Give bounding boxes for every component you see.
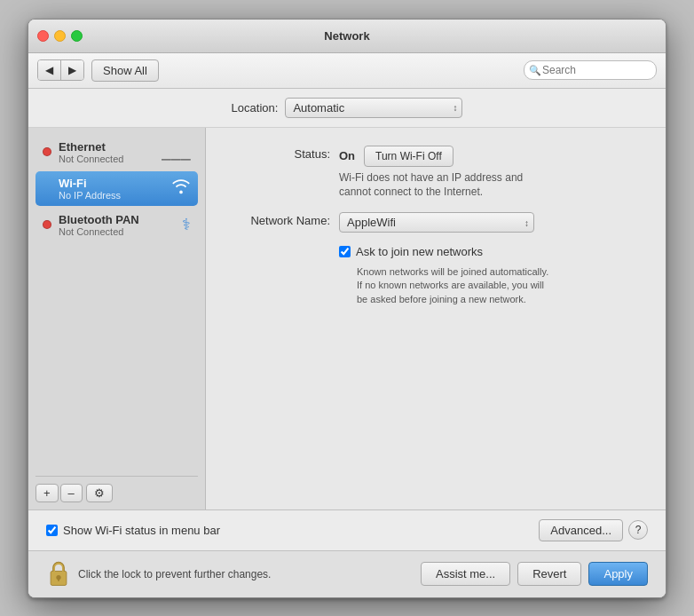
status-dot-wifi <box>43 184 51 193</box>
maximize-button[interactable] <box>71 30 83 42</box>
lock-icon[interactable] <box>46 560 71 588</box>
network-name-value-col: AppleWifi Other... ↕ <box>339 212 648 233</box>
help-button[interactable]: ? <box>628 520 648 540</box>
sidebar-item-bluetooth[interactable]: Bluetooth PAN Not Connected ⚕ <box>35 208 198 242</box>
ask-join-checkbox-row: Ask to join new networks <box>339 245 648 258</box>
svg-rect-2 <box>58 577 59 580</box>
assist-me-button[interactable]: Assist me... <box>421 562 510 586</box>
titlebar: Network <box>28 20 666 53</box>
network-name-select-wrapper: AppleWifi Other... ↕ <box>339 212 534 233</box>
ask-join-description: Known networks will be joined automatica… <box>357 265 623 306</box>
forward-button[interactable]: ▶ <box>61 60 83 80</box>
wifi-menu-bar-row: Show Wi-Fi status in menu bar <box>46 524 539 537</box>
search-bar: 🔍 <box>524 60 657 80</box>
network-name-row: Network Name: AppleWifi Other... ↕ <box>224 212 648 233</box>
location-bar: Location: Automatic Edit Locations... ↕ <box>28 89 666 128</box>
toolbar: ◀ ▶ Show All 🔍 <box>28 53 666 89</box>
bluetooth-icon: ⚕ <box>182 215 191 234</box>
ask-join-label[interactable]: Ask to join new networks <box>356 245 483 258</box>
status-row-inner: On Turn Wi-Fi Off <box>339 146 648 167</box>
wifi-menu-bar-checkbox[interactable] <box>46 525 58 536</box>
add-network-button[interactable]: + <box>35 484 59 502</box>
network-name-label: Network Name: <box>224 212 339 227</box>
status-value-col: On Turn Wi-Fi Off Wi-Fi does not have an… <box>339 146 648 201</box>
network-list: Ethernet Not Connected ⎯⎯⎯ Wi-Fi No IP A… <box>35 135 198 476</box>
ethernet-name: Ethernet <box>59 140 162 154</box>
footer-buttons: Assist me... Revert Apply <box>421 562 648 586</box>
turn-wifi-button[interactable]: Turn Wi-Fi Off <box>364 146 453 167</box>
show-all-button[interactable]: Show All <box>91 59 159 82</box>
sidebar-actions: + – ⚙ <box>35 476 198 502</box>
window-title: Network <box>324 29 369 43</box>
network-window: Network ◀ ▶ Show All 🔍 Location: Automat… <box>28 19 666 598</box>
ask-join-value-col: Ask to join new networks Known networks … <box>339 245 648 306</box>
footer: Click the lock to prevent further change… <box>28 550 666 597</box>
status-dot-bluetooth <box>43 220 51 229</box>
ethernet-icon: ⎯⎯⎯ <box>162 143 191 162</box>
bottom-panel: Show Wi-Fi status in menu bar Advanced..… <box>28 509 666 550</box>
bluetooth-subtitle: Not Connected <box>59 226 182 237</box>
wifi-name: Wi-Fi <box>59 177 171 190</box>
network-gear-button[interactable]: ⚙ <box>86 484 113 502</box>
status-dot-ethernet <box>43 147 51 156</box>
wifi-icon <box>171 178 191 198</box>
ethernet-subtitle: Not Connected <box>59 154 162 164</box>
status-row: Status: On Turn Wi-Fi Off Wi-Fi does not… <box>224 146 648 201</box>
status-description: Wi-Fi does not have an IP address andcan… <box>339 170 623 201</box>
ethernet-info: Ethernet Not Connected <box>59 140 162 164</box>
wifi-subtitle: No IP Address <box>59 190 171 201</box>
sidebar: Ethernet Not Connected ⎯⎯⎯ Wi-Fi No IP A… <box>28 128 206 509</box>
nav-buttons: ◀ ▶ <box>37 59 84 81</box>
sidebar-item-wifi[interactable]: Wi-Fi No IP Address <box>35 171 198 206</box>
traffic-lights <box>37 30 83 42</box>
back-button[interactable]: ◀ <box>38 60 61 80</box>
minimize-button[interactable] <box>54 30 66 42</box>
location-select[interactable]: Automatic Edit Locations... <box>285 98 462 118</box>
network-name-select[interactable]: AppleWifi Other... <box>339 212 534 233</box>
close-button[interactable] <box>37 30 49 42</box>
bluetooth-info: Bluetooth PAN Not Connected <box>59 213 182 237</box>
lock-section: Click the lock to prevent further change… <box>46 560 271 588</box>
status-label: Status: <box>224 146 339 161</box>
lock-text: Click the lock to prevent further change… <box>78 568 271 580</box>
ask-join-row: Ask to join new networks Known networks … <box>224 245 648 306</box>
detail-panel: Status: On Turn Wi-Fi Off Wi-Fi does not… <box>206 128 666 509</box>
remove-network-button[interactable]: – <box>60 484 83 502</box>
bluetooth-name: Bluetooth PAN <box>59 213 182 226</box>
ask-join-spacer <box>224 245 339 247</box>
sidebar-item-ethernet[interactable]: Ethernet Not Connected ⎯⎯⎯ <box>35 135 198 170</box>
location-label: Location: <box>232 101 279 115</box>
status-value: On <box>339 149 355 162</box>
search-icon: 🔍 <box>529 65 541 76</box>
advanced-button[interactable]: Advanced... <box>539 519 623 541</box>
wifi-menu-bar-label[interactable]: Show Wi-Fi status in menu bar <box>63 524 220 537</box>
main-content: Ethernet Not Connected ⎯⎯⎯ Wi-Fi No IP A… <box>28 128 666 509</box>
revert-button[interactable]: Revert <box>517 562 581 586</box>
location-select-wrapper: Automatic Edit Locations... ↕ <box>285 98 462 118</box>
wifi-info: Wi-Fi No IP Address <box>59 177 171 201</box>
search-input[interactable] <box>524 60 657 80</box>
ask-join-checkbox[interactable] <box>339 246 351 257</box>
apply-button[interactable]: Apply <box>588 562 648 586</box>
